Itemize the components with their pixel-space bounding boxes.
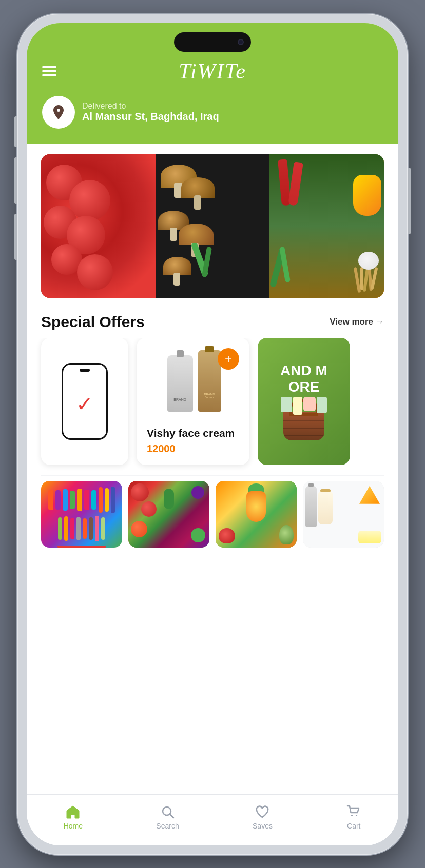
mushrooms-section — [156, 154, 270, 298]
home-label: Home — [64, 822, 83, 830]
delivered-label: Delivered to — [82, 102, 219, 111]
product-name: Vishy face cream — [147, 426, 239, 440]
phone-placeholder-image: ✓ — [62, 363, 108, 440]
menu-button[interactable] — [42, 66, 56, 76]
product-card-placeholder[interactable]: ✓ — [41, 338, 128, 465]
power-button[interactable] — [408, 168, 411, 234]
camera-lens — [238, 39, 244, 45]
cream-tube-1: BRAND — [167, 355, 193, 412]
heart-icon — [255, 804, 270, 820]
location-icon-circle — [42, 96, 75, 129]
fruits-visual — [216, 481, 297, 548]
special-offers-header: Special Offers View more → — [27, 308, 398, 338]
svg-point-2 — [351, 815, 353, 816]
volume-up-button[interactable] — [14, 157, 17, 204]
delivery-info: Delivered to Al Mansur St, Baghdad, Iraq — [42, 96, 383, 129]
product-price: 12000 — [147, 443, 239, 455]
check-icon: ✓ — [76, 392, 93, 416]
categories-grid — [27, 476, 398, 599]
header-top-row: TiWITe — [42, 59, 383, 84]
hero-banner — [41, 154, 384, 298]
svg-point-3 — [356, 815, 357, 816]
search-icon — [160, 804, 176, 820]
product-image-area: BRAND BRANDCoconut + — [147, 348, 239, 420]
bottom-navigation: Home Search Saves — [27, 794, 398, 845]
phone-frame: TiWITe Delivered to Al Mansur St, Baghda… — [17, 14, 408, 855]
category-dairy[interactable] — [303, 481, 384, 548]
delivery-address-block: Delivered to Al Mansur St, Baghdad, Iraq — [82, 102, 219, 123]
category-vegetables[interactable] — [128, 481, 209, 548]
delivery-address: Al Mansur St, Baghdad, Iraq — [82, 111, 219, 123]
svg-line-1 — [170, 814, 173, 818]
app-logo: TiWITe — [179, 59, 246, 84]
cart-icon — [346, 804, 361, 820]
location-pin-icon — [50, 104, 67, 120]
nav-item-cart[interactable]: Cart — [346, 804, 361, 830]
tomato-2 — [69, 180, 110, 221]
home-icon — [65, 804, 81, 820]
category-drinks[interactable] — [41, 481, 122, 548]
phone-notch — [80, 369, 90, 372]
drinks-visual — [41, 481, 122, 548]
nav-item-saves[interactable]: Saves — [253, 804, 273, 830]
main-scroll-content[interactable]: Special Offers View more → ✓ — [27, 144, 398, 845]
volume-silent-button[interactable] — [14, 116, 17, 147]
ad-card-and-more[interactable]: AND MORE — [258, 338, 350, 465]
hero-banner-inner — [41, 154, 384, 298]
tomatoes-section — [41, 154, 156, 298]
product-card-vishy-cream[interactable]: BRAND BRANDCoconut + Vishy face cream 12… — [137, 338, 249, 465]
nav-item-home[interactable]: Home — [64, 804, 83, 830]
vegetables-visual — [128, 481, 209, 548]
nav-item-search[interactable]: Search — [156, 804, 179, 830]
tube-brand-label-1: BRAND — [173, 398, 186, 401]
search-label: Search — [156, 822, 179, 830]
tube-cap-1 — [177, 350, 184, 357]
tomato-6 — [77, 254, 113, 290]
products-scroll-row[interactable]: ✓ BRAND BRAND — [27, 338, 398, 475]
volume-down-button[interactable] — [14, 214, 17, 260]
tube-cap-2 — [205, 346, 214, 352]
special-offers-title: Special Offers — [41, 313, 145, 331]
ad-text: AND MORE — [280, 362, 327, 395]
saves-label: Saves — [253, 822, 273, 830]
peppers-section — [269, 154, 384, 298]
arrow-right-icon: → — [375, 317, 384, 327]
add-to-cart-button[interactable]: + — [218, 348, 239, 370]
phone-screen: TiWITe Delivered to Al Mansur St, Baghda… — [27, 23, 398, 845]
category-fruits[interactable] — [216, 481, 297, 548]
category-active-indicator — [57, 546, 106, 548]
view-more-button[interactable]: View more → — [330, 317, 384, 327]
cart-label: Cart — [347, 822, 360, 830]
dairy-visual — [303, 481, 384, 548]
dynamic-island — [174, 32, 251, 52]
